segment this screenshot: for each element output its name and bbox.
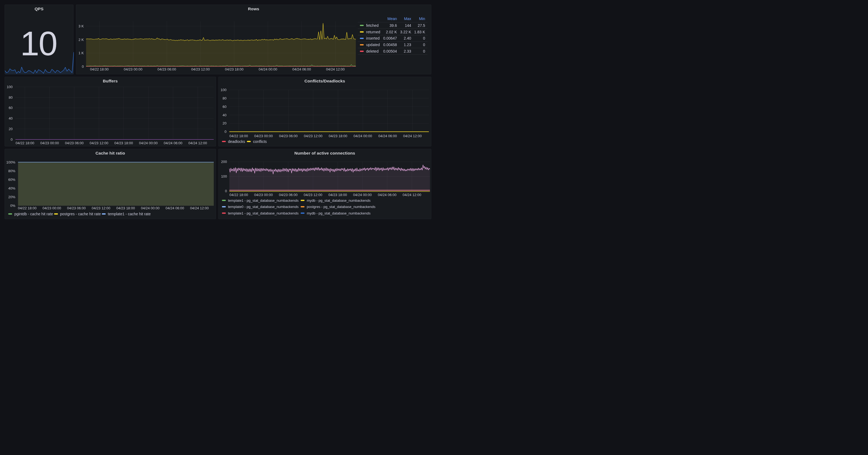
svg-text:Min: Min bbox=[419, 17, 425, 21]
svg-text:fetched: fetched bbox=[366, 23, 378, 27]
svg-text:pgintdb - cache hit rate: pgintdb - cache hit rate bbox=[14, 212, 53, 216]
svg-text:0.00458: 0.00458 bbox=[383, 42, 397, 47]
svg-text:04/24 00:00: 04/24 00:00 bbox=[139, 141, 158, 145]
svg-text:80: 80 bbox=[223, 96, 226, 100]
svg-text:04/22 18:00: 04/22 18:00 bbox=[229, 134, 248, 138]
svg-text:04/23 12:00: 04/23 12:00 bbox=[191, 67, 210, 71]
svg-text:80: 80 bbox=[9, 95, 12, 99]
svg-text:04/22 18:00: 04/22 18:00 bbox=[229, 193, 248, 197]
svg-text:04/23 18:00: 04/23 18:00 bbox=[116, 206, 135, 210]
svg-text:postgres - cache hit rate: postgres - cache hit rate bbox=[60, 212, 101, 216]
svg-text:04/24 06:00: 04/24 06:00 bbox=[165, 206, 184, 210]
svg-text:04/22 18:00: 04/22 18:00 bbox=[16, 141, 34, 145]
svg-text:0: 0 bbox=[423, 42, 425, 47]
svg-text:04/23 00:00: 04/23 00:00 bbox=[254, 193, 273, 197]
svg-text:20: 20 bbox=[223, 121, 226, 125]
svg-text:27.5: 27.5 bbox=[418, 23, 425, 27]
svg-text:100%: 100% bbox=[6, 160, 16, 164]
svg-text:04/24 06:00: 04/24 06:00 bbox=[378, 193, 397, 197]
svg-text:04/24 06:00: 04/24 06:00 bbox=[163, 141, 182, 145]
svg-text:04/23 18:00: 04/23 18:00 bbox=[114, 141, 133, 145]
svg-text:2.40: 2.40 bbox=[404, 36, 411, 40]
svg-text:144: 144 bbox=[405, 23, 411, 27]
svg-text:deleted: deleted bbox=[366, 49, 378, 53]
svg-text:04/24 00:00: 04/24 00:00 bbox=[258, 67, 277, 71]
svg-text:template1 - cache hit rate: template1 - cache hit rate bbox=[108, 212, 151, 216]
svg-text:template0 - pg_stat_database_n: template0 - pg_stat_database_numbackends bbox=[228, 205, 299, 209]
svg-text:2.02 K: 2.02 K bbox=[386, 30, 397, 34]
svg-text:04/23 00:00: 04/23 00:00 bbox=[254, 134, 273, 138]
svg-text:04/24 00:00: 04/24 00:00 bbox=[141, 206, 159, 210]
svg-text:template1 - pg_stat_database_n: template1 - pg_stat_database_numbackends bbox=[228, 211, 299, 215]
svg-text:mydb - pg_stat_database_numbac: mydb - pg_stat_database_numbackends bbox=[307, 211, 371, 215]
svg-text:04/23 12:00: 04/23 12:00 bbox=[304, 193, 322, 197]
svg-text:04/24 12:00: 04/24 12:00 bbox=[188, 141, 207, 145]
svg-text:3.22 K: 3.22 K bbox=[400, 30, 411, 34]
svg-text:Mean: Mean bbox=[388, 17, 397, 21]
svg-text:template1 - pg_stat_database_n: template1 - pg_stat_database_numbackends bbox=[228, 198, 299, 202]
svg-text:200: 200 bbox=[221, 160, 227, 164]
svg-text:0: 0 bbox=[225, 130, 226, 134]
svg-text:04/23 12:00: 04/23 12:00 bbox=[90, 141, 108, 145]
svg-text:100: 100 bbox=[6, 85, 12, 89]
svg-text:100: 100 bbox=[221, 174, 227, 178]
svg-text:04/24 06:00: 04/24 06:00 bbox=[378, 134, 397, 138]
svg-text:20%: 20% bbox=[8, 195, 15, 199]
svg-text:0.00647: 0.00647 bbox=[383, 36, 397, 40]
svg-text:updated: updated bbox=[366, 42, 380, 47]
svg-text:39.6: 39.6 bbox=[390, 23, 397, 27]
svg-text:04/23 06:00: 04/23 06:00 bbox=[67, 206, 86, 210]
svg-text:1.23: 1.23 bbox=[404, 42, 411, 47]
svg-text:1 K: 1 K bbox=[79, 51, 84, 55]
svg-text:60: 60 bbox=[9, 106, 12, 110]
svg-text:60: 60 bbox=[223, 105, 226, 109]
svg-text:04/23 18:00: 04/23 18:00 bbox=[225, 67, 244, 71]
svg-text:returned: returned bbox=[366, 30, 380, 34]
svg-text:04/23 12:00: 04/23 12:00 bbox=[92, 206, 111, 210]
svg-text:04/24 00:00: 04/24 00:00 bbox=[353, 134, 372, 138]
svg-text:0: 0 bbox=[82, 64, 84, 68]
svg-text:0: 0 bbox=[423, 49, 425, 53]
svg-text:04/23 00:00: 04/23 00:00 bbox=[40, 141, 59, 145]
svg-text:0.00504: 0.00504 bbox=[383, 49, 397, 53]
svg-text:40%: 40% bbox=[8, 186, 15, 190]
svg-text:04/23 18:00: 04/23 18:00 bbox=[329, 134, 347, 138]
svg-text:04/24 12:00: 04/24 12:00 bbox=[403, 134, 422, 138]
svg-text:04/24 00:00: 04/24 00:00 bbox=[353, 193, 372, 197]
svg-text:04/23 06:00: 04/23 06:00 bbox=[279, 134, 298, 138]
svg-text:2.33: 2.33 bbox=[404, 49, 411, 53]
svg-text:04/23 00:00: 04/23 00:00 bbox=[124, 67, 143, 71]
svg-text:40: 40 bbox=[9, 116, 12, 120]
svg-text:04/23 06:00: 04/23 06:00 bbox=[65, 141, 84, 145]
svg-text:100: 100 bbox=[220, 88, 226, 92]
svg-text:04/24 12:00: 04/24 12:00 bbox=[190, 206, 209, 210]
svg-text:deadlocks: deadlocks bbox=[228, 139, 245, 144]
svg-text:2 K: 2 K bbox=[79, 37, 84, 41]
svg-text:04/24 12:00: 04/24 12:00 bbox=[326, 67, 345, 71]
svg-text:80%: 80% bbox=[8, 169, 15, 173]
svg-text:3 K: 3 K bbox=[79, 24, 84, 28]
svg-text:60%: 60% bbox=[8, 177, 15, 182]
svg-text:04/23 12:00: 04/23 12:00 bbox=[304, 134, 322, 138]
svg-text:0: 0 bbox=[423, 36, 425, 40]
svg-text:04/23 00:00: 04/23 00:00 bbox=[42, 206, 61, 210]
svg-text:mydb - pg_stat_database_numbac: mydb - pg_stat_database_numbackends bbox=[307, 198, 371, 202]
svg-text:postgres - pg_stat_database_nu: postgres - pg_stat_database_numbackends bbox=[307, 205, 375, 209]
svg-text:04/22 18:00: 04/22 18:00 bbox=[18, 206, 36, 210]
svg-text:0: 0 bbox=[10, 137, 12, 141]
svg-text:40: 40 bbox=[223, 113, 226, 117]
svg-text:1.83 K: 1.83 K bbox=[414, 30, 425, 34]
svg-text:04/22 18:00: 04/22 18:00 bbox=[90, 67, 109, 71]
svg-text:04/23 06:00: 04/23 06:00 bbox=[157, 67, 176, 71]
svg-text:04/23 06:00: 04/23 06:00 bbox=[279, 193, 298, 197]
svg-text:04/24 06:00: 04/24 06:00 bbox=[292, 67, 311, 71]
svg-text:0%: 0% bbox=[10, 204, 15, 208]
svg-text:20: 20 bbox=[9, 127, 12, 131]
svg-text:04/23 18:00: 04/23 18:00 bbox=[329, 193, 347, 197]
svg-text:conflicts: conflicts bbox=[253, 139, 267, 144]
svg-text:Max: Max bbox=[404, 17, 411, 21]
svg-text:inserted: inserted bbox=[366, 36, 379, 40]
svg-text:04/24 12:00: 04/24 12:00 bbox=[403, 193, 421, 197]
svg-text:0: 0 bbox=[225, 189, 227, 193]
